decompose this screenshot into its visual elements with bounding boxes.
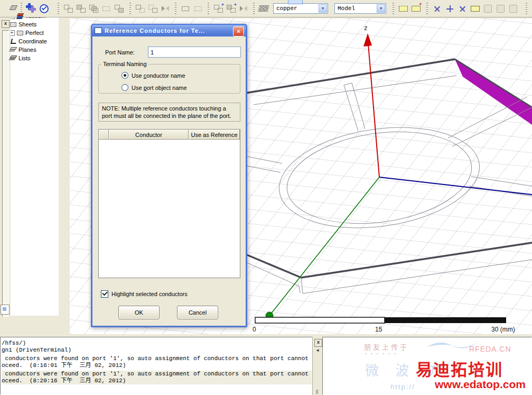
toolbar-drag-handle[interactable] bbox=[426, 3, 428, 14]
highlight-checkbox[interactable] bbox=[101, 290, 108, 298]
window-tab-notch bbox=[288, 0, 303, 4]
boolean-combine-icon[interactable] bbox=[25, 2, 38, 15]
feed-trace-line bbox=[344, 85, 358, 131]
trace-w bbox=[247, 166, 281, 172]
column-header-blank[interactable] bbox=[99, 130, 109, 140]
docked-panel-strip: x bbox=[0, 17, 11, 335]
toolbar-drag-handle[interactable] bbox=[208, 3, 209, 14]
watermark-url: www.edatop.com bbox=[435, 378, 526, 391]
close-icon[interactable]: × bbox=[233, 26, 244, 36]
validate-icon[interactable] bbox=[38, 2, 50, 15]
log-line: gn1 (DrivenTerminal) bbox=[2, 347, 312, 354]
message-log-panel[interactable]: /hfss/) gn1 (DrivenTerminal) conductors … bbox=[0, 337, 312, 395]
toolbar-drag-handle[interactable] bbox=[253, 3, 255, 14]
chevron-down-icon[interactable]: ▼ bbox=[319, 4, 327, 13]
duplicate-line-icon[interactable]: + bbox=[212, 2, 225, 15]
radio-icon[interactable] bbox=[122, 72, 128, 79]
relative-cs-icon[interactable] bbox=[456, 2, 469, 15]
dialog-titlebar[interactable]: Reference Conductors for Te... bbox=[92, 25, 246, 36]
log-line: oceed. (8:16:01 下午 三月 02, 2012) bbox=[2, 362, 312, 369]
mirror-copy-icon[interactable] bbox=[159, 2, 172, 15]
log-line: /hfss/) bbox=[2, 340, 312, 347]
material-dropdown-value: copper bbox=[276, 5, 297, 12]
separate-bodies-icon[interactable] bbox=[113, 2, 125, 15]
sweep-icon[interactable] bbox=[257, 2, 270, 15]
watermark-brand: 易迪拓培训 bbox=[416, 356, 503, 380]
conductor-table[interactable]: Conductor Use as Reference bbox=[98, 129, 240, 278]
coordinate-icon bbox=[10, 38, 17, 44]
chevron-down-icon[interactable]: ▼ bbox=[377, 4, 385, 13]
subtract-icon[interactable] bbox=[74, 2, 87, 15]
tree-item-label: Sheets bbox=[18, 21, 36, 27]
scale-label-30mm: 30 (mm) bbox=[491, 326, 515, 333]
scale-bar-black bbox=[385, 317, 506, 323]
model-dropdown[interactable]: Model ▼ bbox=[334, 3, 386, 14]
object-cs-1-icon[interactable] bbox=[481, 2, 494, 15]
tree-item-coordinate[interactable]: + Coordinate bbox=[1, 37, 58, 45]
x-axis bbox=[379, 177, 532, 195]
column-header-use-as-reference[interactable]: Use as Reference bbox=[189, 130, 240, 140]
trace-ne bbox=[452, 107, 532, 146]
model-dropdown-value: Model bbox=[338, 5, 355, 12]
rotate-copy-icon[interactable] bbox=[146, 2, 159, 15]
object-cs-3-icon[interactable] bbox=[507, 2, 519, 15]
board-bottom-inner-line bbox=[303, 260, 532, 293]
radio-use-conductor-name[interactable]: Use conductor name bbox=[122, 72, 185, 79]
object-cs-2-icon[interactable] bbox=[494, 2, 507, 15]
toolbar-drag-handle[interactable] bbox=[58, 3, 59, 14]
move-cs-icon[interactable] bbox=[431, 2, 443, 15]
tree-item-label: Planes bbox=[18, 47, 36, 53]
tree-item-planes[interactable]: + Planes bbox=[1, 45, 58, 54]
board-top-inner-line bbox=[254, 76, 456, 105]
watermark-http: http:// bbox=[390, 383, 415, 391]
log-line-highlighted: oceed. (8:20:16 下午 三月 02, 2012) bbox=[2, 378, 312, 384]
tree-item-sheets[interactable]: - Sheets bbox=[1, 20, 58, 29]
face-cs-icon[interactable] bbox=[469, 2, 481, 15]
close-icon[interactable]: x bbox=[2, 20, 10, 28]
board-top-edge bbox=[239, 59, 455, 94]
toolbar-drag-handle[interactable] bbox=[175, 3, 176, 14]
duplicate-mirror-icon[interactable] bbox=[237, 2, 250, 15]
tree-item-lists[interactable]: + Lists bbox=[1, 54, 58, 62]
dialog-icon bbox=[95, 27, 102, 34]
offset-icon[interactable] bbox=[179, 2, 192, 15]
reference-conductors-dialog: Reference Conductors for Te... × Port Na… bbox=[91, 24, 247, 327]
port-name-input[interactable] bbox=[148, 47, 241, 58]
conductor-table-header: Conductor Use as Reference bbox=[99, 130, 240, 140]
duplicate-axis-icon[interactable]: + bbox=[225, 2, 237, 15]
close-icon[interactable]: x bbox=[314, 339, 322, 347]
scale-icon[interactable] bbox=[192, 2, 204, 15]
column-header-conductor[interactable]: Conductor bbox=[109, 130, 189, 140]
intersect-icon[interactable] bbox=[87, 2, 100, 15]
tree-item-label: Perfect bbox=[25, 30, 44, 36]
tree-item-label: Lists bbox=[18, 55, 31, 61]
radio-use-port-object-name[interactable]: Use port object name bbox=[122, 84, 187, 91]
toolbar-drag-handle[interactable] bbox=[393, 3, 394, 14]
radio-icon[interactable] bbox=[122, 84, 128, 91]
global-cs-icon[interactable] bbox=[443, 2, 456, 15]
z-axis-label: z bbox=[364, 24, 368, 32]
toolbar-drag-handle[interactable] bbox=[129, 3, 131, 14]
board-side-line bbox=[299, 286, 300, 293]
split-icon[interactable] bbox=[100, 2, 113, 15]
move-copy-icon[interactable] bbox=[134, 2, 146, 15]
cancel-button[interactable]: Cancel bbox=[177, 306, 218, 319]
port-sheet[interactable] bbox=[455, 59, 532, 125]
progress-panel: 朋友上传于 ▪ ▪ ▪ ▪ ▪ ▪ RFEDA.CN 微 波 仿 易迪拓培训 h… bbox=[322, 337, 532, 395]
perfect-icon bbox=[16, 30, 24, 36]
unite-icon[interactable] bbox=[62, 2, 74, 15]
ok-button[interactable]: OK bbox=[118, 306, 160, 319]
feed-trace-cap bbox=[344, 83, 352, 85]
highlight-checkbox-label: Highlight selected conductors bbox=[111, 291, 188, 297]
terminal-naming-legend: Terminal Naming bbox=[101, 61, 148, 67]
create-region-icon[interactable] bbox=[409, 2, 422, 15]
trace-ne bbox=[448, 97, 527, 138]
draw-cylinder-icon[interactable] bbox=[530, 2, 532, 15]
scale-bar-white bbox=[255, 317, 385, 323]
toolbar-drag-handle[interactable] bbox=[526, 3, 527, 14]
collapse-left-icon[interactable]: ◄ bbox=[315, 348, 320, 353]
material-dropdown[interactable]: copper ▼ bbox=[273, 3, 328, 14]
cover-lines-icon[interactable] bbox=[397, 2, 409, 15]
docked-panel-icon[interactable] bbox=[1, 305, 10, 315]
panel-side-label: ss bbox=[314, 390, 319, 394]
